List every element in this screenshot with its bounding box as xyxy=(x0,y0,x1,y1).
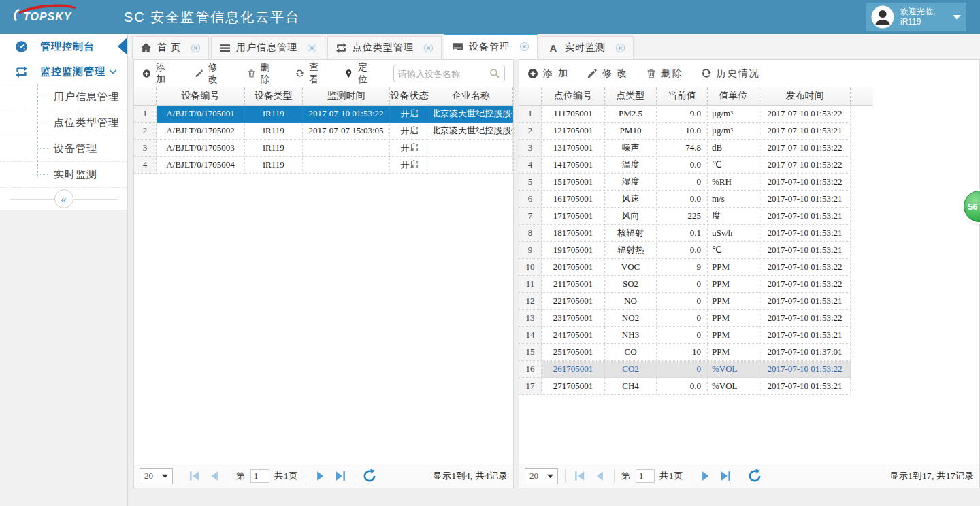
sidebar-item-user-info[interactable]: 用户信息管理 xyxy=(0,84,127,110)
last-page-button[interactable] xyxy=(333,469,348,484)
grid-cell: 风速 xyxy=(605,191,657,208)
column-header-point-type[interactable]: 点类型 xyxy=(605,87,657,105)
table-row[interactable]: 15251705001CO10PPM2017-07-10 01:37:01 xyxy=(519,344,873,361)
sidebar-item-monitoring-mgmt[interactable]: 监控监测管理 xyxy=(0,59,127,84)
table-row[interactable]: 1111705001PM2.59.0μg/m³2017-07-10 01:53:… xyxy=(519,106,873,123)
close-icon[interactable] xyxy=(519,42,529,52)
table-row[interactable]: 2121705001PM1010.0μg/m³2017-07-10 01:53:… xyxy=(519,123,873,140)
add-button[interactable]: 添 加 xyxy=(142,61,177,86)
grid-cell: 开启 xyxy=(390,106,429,123)
next-page-button[interactable] xyxy=(313,469,328,484)
grid-cell: 0 xyxy=(657,361,708,378)
sidebar-item-point-type[interactable]: 点位类型管理 xyxy=(0,110,127,136)
first-page-button[interactable] xyxy=(187,469,202,484)
reload-icon[interactable] xyxy=(747,469,762,484)
history-button[interactable]: 历史情况 xyxy=(701,67,760,80)
last-page-button[interactable] xyxy=(718,469,733,484)
close-icon[interactable] xyxy=(615,43,625,53)
table-row[interactable]: 8181705001核辐射0.1uSv/h2017-07-10 01:53:21 xyxy=(519,225,873,242)
page-number-input[interactable] xyxy=(636,469,655,483)
table-row[interactable]: 3131705001噪声74.8dB2017-07-10 01:53:22 xyxy=(519,140,873,157)
grid-cell: 131705001 xyxy=(542,140,605,157)
close-icon[interactable] xyxy=(307,43,317,53)
delete-button[interactable]: 删除 xyxy=(247,61,278,86)
tab-user-info[interactable]: 用户信息管理 xyxy=(211,36,325,59)
table-row[interactable]: 6161705001风速0.0m/s2017-07-10 01:53:21 xyxy=(519,191,873,208)
edit-button[interactable]: 修 改 xyxy=(195,61,229,86)
column-header-unit[interactable]: 值单位 xyxy=(708,87,760,105)
caret-down-icon[interactable] xyxy=(953,13,961,21)
column-header-current-value[interactable]: 当前值 xyxy=(657,87,708,105)
grid-cell: 北京凌天世纪控股股份有限公司 xyxy=(429,106,513,123)
column-header-point-id[interactable]: 点位编号 xyxy=(542,87,605,105)
chevron-down-icon xyxy=(108,67,118,76)
tab-device-mgmt[interactable]: 设备管理 xyxy=(444,33,538,59)
table-row[interactable]: 14241705001NH30PPM2017-07-10 01:53:21 xyxy=(519,327,873,344)
search-icon[interactable] xyxy=(489,68,500,79)
delete-button[interactable]: 删除 xyxy=(646,67,683,80)
close-icon[interactable] xyxy=(191,43,201,53)
grid-cell: 2017-07-10 01:53:21 xyxy=(760,208,851,225)
reload-icon[interactable] xyxy=(362,469,377,484)
page-title: SC 安全监管信息化云平台 xyxy=(124,8,300,27)
column-header-device-type[interactable]: 设备类型 xyxy=(245,87,303,105)
sidebar-collapse-bar: « xyxy=(0,188,127,210)
table-row[interactable]: 9191705001辐射热0.0℃2017-07-10 01:53:21 xyxy=(519,242,873,259)
table-row[interactable]: 11211705001SO20PPM2017-07-10 01:53:22 xyxy=(519,276,873,293)
table-row[interactable]: 4141705001温度0.0℃2017-07-10 01:53:22 xyxy=(519,157,873,174)
collapse-sidebar-button[interactable]: « xyxy=(54,189,74,208)
page-size-select[interactable]: 20 xyxy=(525,468,558,484)
prev-page-button[interactable] xyxy=(207,469,222,484)
table-row[interactable]: 13231705001NO20PPM2017-07-10 01:53:22 xyxy=(519,310,873,327)
grid-cell: 2017-07-10 01:53:22 xyxy=(760,361,851,378)
search-input[interactable] xyxy=(398,69,489,79)
table-row[interactable]: 4A/BJLT/0/1705004iR119开启 xyxy=(134,157,513,174)
grid-cell: A/BJLT/0/1705004 xyxy=(157,157,245,174)
column-header-device-id[interactable]: 设备编号 xyxy=(157,87,245,105)
prev-page-button[interactable] xyxy=(592,469,607,484)
device-toolbar: 添 加 修 改 删除 查看 定位 xyxy=(134,60,513,87)
page-size-select[interactable]: 20 xyxy=(140,468,173,484)
first-page-button[interactable] xyxy=(572,469,587,484)
grid-cell: 2017-07-10 01:53:21 xyxy=(760,327,851,344)
column-header-device-status[interactable]: 设备状态 xyxy=(390,87,429,105)
table-row[interactable]: 7171705001风向225度2017-07-10 01:53:21 xyxy=(519,208,873,225)
grid-cell: CO2 xyxy=(605,361,657,378)
table-row[interactable]: 1A/BJLT/0/1705001iR1192017-07-10 01:53:2… xyxy=(134,106,513,123)
grid-cell: 2017-07-10 01:53:22 xyxy=(303,106,390,123)
table-row[interactable]: 16261705001CO20%VOL2017-07-10 01:53:22 xyxy=(519,361,873,378)
column-header-company-name[interactable]: 企业名称 xyxy=(429,87,513,105)
tab-label: 首 页 xyxy=(157,42,181,54)
tab-home[interactable]: 首 页 xyxy=(132,36,209,59)
column-header-monitor-time[interactable]: 监测时间 xyxy=(303,87,390,105)
tab-realtime-monitor[interactable]: A实时监测 xyxy=(540,36,634,59)
edit-icon xyxy=(587,68,598,79)
sidebar-item-device-mgmt[interactable]: 设备管理 xyxy=(0,136,127,162)
user-menu[interactable]: 欢迎光临, iR119 xyxy=(866,3,966,31)
table-row[interactable]: 2A/BJLT/0/1705002iR1192017-07-07 15:03:0… xyxy=(134,123,513,140)
next-page-button[interactable] xyxy=(698,469,713,484)
grid-cell: ℃ xyxy=(708,242,760,259)
edit-button[interactable]: 修 改 xyxy=(587,67,628,80)
edit-icon xyxy=(195,68,203,79)
column-header-publish-time[interactable]: 发布时间 xyxy=(760,87,851,105)
table-row[interactable]: 5151705001湿度0%RH2017-07-10 01:53:22 xyxy=(519,174,873,191)
locate-button[interactable]: 定位 xyxy=(344,61,376,86)
tab-point-type[interactable]: 点位类型管理 xyxy=(327,36,442,59)
table-row[interactable]: 12221705001NO0PPM2017-07-10 01:53:21 xyxy=(519,293,873,310)
view-button[interactable]: 查看 xyxy=(295,61,327,86)
grid-cell: CO xyxy=(605,344,657,361)
page-number-input[interactable] xyxy=(250,469,270,483)
table-row[interactable]: 17271705001CH40.0%VOL2017-07-10 01:53:21 xyxy=(519,378,873,395)
table-row[interactable]: 3A/BJLT/0/1705003iR119开启 xyxy=(134,140,513,157)
list-icon xyxy=(219,42,231,54)
add-button[interactable]: 添 加 xyxy=(527,67,569,80)
grid-cell: 9.0 xyxy=(657,106,708,123)
grid-cell: 2017-07-10 01:53:21 xyxy=(760,378,851,395)
table-row[interactable]: 10201705001VOC9PPM2017-07-10 01:53:22 xyxy=(519,259,873,276)
row-number: 3 xyxy=(519,140,542,157)
close-icon[interactable] xyxy=(423,43,434,53)
sidebar-item-realtime-monitor[interactable]: 实时监测 xyxy=(0,162,127,188)
sidebar-item-dashboard[interactable]: 管理控制台 xyxy=(0,34,127,59)
grid-cell: iR119 xyxy=(245,157,303,174)
